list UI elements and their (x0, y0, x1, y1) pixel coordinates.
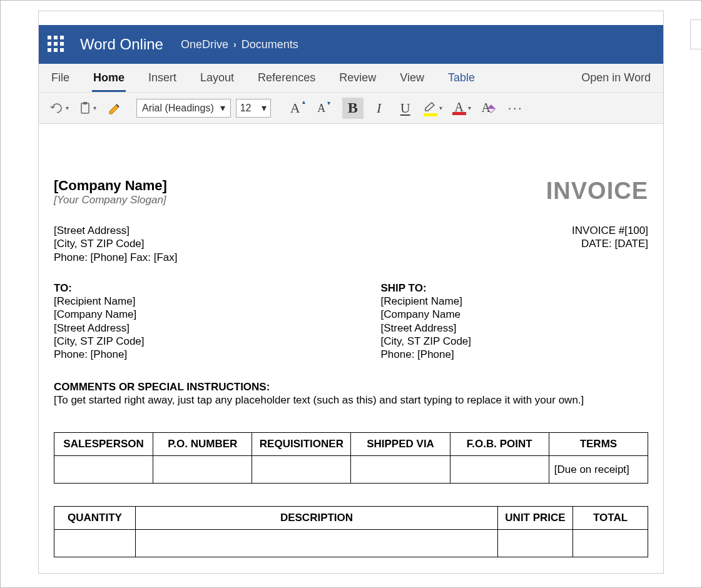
chevron-down-icon: ▾ (439, 104, 442, 111)
chevron-down-icon: ▾ (220, 102, 225, 114)
cell-salesperson[interactable] (54, 456, 153, 484)
comments-text[interactable]: [To get started right away, just tap any… (54, 393, 648, 407)
chevron-down-icon: ▾ (468, 104, 471, 111)
breadcrumb-root[interactable]: OneDrive (181, 38, 228, 51)
more-button[interactable]: ··· (505, 98, 526, 119)
menu-view[interactable]: View (399, 65, 425, 91)
title-bar: Word Online OneDrive › Documents (39, 25, 663, 64)
invoice-title[interactable]: INVOICE (546, 178, 648, 205)
shipto-street[interactable]: [Street Address] (381, 322, 649, 335)
cell-po[interactable] (153, 456, 252, 484)
th-total[interactable]: TOTAL (573, 507, 648, 530)
shipto-label[interactable]: SHIP TO: (381, 281, 649, 295)
font-name-select[interactable]: Arial (Headings) ▾ (136, 99, 231, 118)
to-city[interactable]: [City, ST ZIP Code] (54, 335, 322, 348)
grow-font-button[interactable]: A▴ (285, 98, 306, 119)
cell-total[interactable] (573, 530, 648, 557)
shipto-company[interactable]: [Company Name (381, 308, 649, 321)
document-body[interactable]: [Company Name] [Your Company Slogan] INV… (39, 124, 663, 557)
chevron-down-icon: ▾ (66, 104, 69, 111)
comments-label[interactable]: COMMENTS OR SPECIAL INSTRUCTIONS: (54, 381, 648, 393)
th-req[interactable]: REQUISITIONER (252, 433, 351, 456)
company-phone-fax[interactable]: Phone: [Phone] Fax: [Fax] (54, 251, 178, 264)
font-color-button[interactable]: A ▾ (450, 98, 474, 119)
menu-table[interactable]: Table (447, 65, 476, 91)
cell-desc[interactable] (136, 530, 498, 557)
table-row[interactable] (54, 530, 648, 557)
font-name-value: Arial (Headings) (142, 103, 214, 114)
company-name[interactable]: [Company Name] (54, 178, 167, 194)
invoice-number[interactable]: INVOICE #[100] (572, 224, 648, 237)
shrink-font-button[interactable]: A▾ (311, 98, 332, 119)
menu-layout[interactable]: Layout (199, 65, 235, 91)
cell-shipped[interactable] (351, 456, 450, 484)
menu-references[interactable]: References (257, 65, 317, 91)
cell-terms[interactable]: [Due on receipt] (549, 456, 648, 484)
chevron-down-icon: ▾ (93, 104, 96, 111)
company-city[interactable]: [City, ST ZIP Code] (54, 237, 178, 250)
underline-button[interactable]: U (395, 98, 416, 119)
order-info-table[interactable]: SALESPERSON P.O. NUMBER REQUISITIONER SH… (54, 432, 648, 484)
to-label[interactable]: TO: (54, 281, 322, 295)
line-items-table[interactable]: QUANTITY DESCRIPTION UNIT PRICE TOTAL (54, 506, 648, 557)
breadcrumb[interactable]: OneDrive › Documents (181, 38, 298, 51)
to-name[interactable]: [Recipient Name] (54, 295, 322, 308)
font-size-select[interactable]: 12 ▾ (236, 99, 271, 118)
th-shipped[interactable]: SHIPPED VIA (351, 433, 450, 456)
breadcrumb-leaf[interactable]: Documents (242, 38, 298, 51)
to-street[interactable]: [Street Address] (54, 322, 322, 335)
clear-formatting-button[interactable]: A (479, 98, 500, 119)
company-slogan[interactable]: [Your Company Slogan] (54, 194, 167, 206)
format-painter-button[interactable] (104, 98, 125, 119)
open-in-word-link[interactable]: Open in Word (580, 65, 652, 91)
shipto-phone[interactable]: Phone: [Phone] (381, 348, 649, 361)
bold-button[interactable]: B (342, 98, 364, 119)
shipto-city[interactable]: [City, ST ZIP Code] (381, 335, 649, 348)
italic-button[interactable]: I (369, 98, 390, 119)
paste-button[interactable]: ▾ (76, 98, 99, 119)
th-fob[interactable]: F.O.B. POINT (450, 433, 549, 456)
th-salesperson[interactable]: SALESPERSON (54, 433, 153, 456)
highlight-button[interactable]: ▾ (421, 98, 445, 119)
formatting-toolbar: ▾ ▾ Arial (Headings) ▾ 12 ▾ A▴ A▾ (39, 93, 663, 124)
svg-rect-1 (83, 102, 87, 104)
chevron-right-icon: › (233, 39, 237, 49)
th-unit[interactable]: UNIT PRICE (498, 507, 573, 530)
shipto-name[interactable]: [Recipient Name] (381, 295, 649, 308)
page-container: Word Online OneDrive › Documents File Ho… (38, 11, 664, 574)
invoice-date[interactable]: DATE: [DATE] (572, 237, 648, 250)
font-size-value: 12 (240, 103, 252, 114)
menu-home[interactable]: Home (92, 65, 126, 91)
cell-req[interactable] (252, 456, 351, 484)
menu-file[interactable]: File (50, 65, 71, 91)
to-phone[interactable]: Phone: [Phone] (54, 348, 322, 361)
cell-qty[interactable] (54, 530, 136, 557)
th-po[interactable]: P.O. NUMBER (153, 433, 252, 456)
menu-insert[interactable]: Insert (147, 65, 178, 91)
app-launcher-icon[interactable] (48, 36, 65, 53)
th-terms[interactable]: TERMS (549, 433, 648, 456)
cell-unit[interactable] (498, 530, 573, 557)
company-street[interactable]: [Street Address] (54, 224, 178, 237)
th-desc[interactable]: DESCRIPTION (136, 507, 498, 530)
app-title: Word Online (80, 36, 163, 53)
cell-fob[interactable] (450, 456, 549, 484)
right-side-tab[interactable] (690, 19, 701, 49)
svg-rect-0 (81, 103, 89, 113)
th-qty[interactable]: QUANTITY (54, 507, 136, 530)
table-row[interactable]: [Due on receipt] (54, 456, 648, 484)
chevron-down-icon: ▾ (262, 102, 267, 114)
menu-review[interactable]: Review (338, 65, 377, 91)
menu-bar: File Home Insert Layout References Revie… (39, 64, 663, 93)
undo-button[interactable]: ▾ (48, 98, 71, 119)
to-company[interactable]: [Company Name] (54, 308, 322, 321)
